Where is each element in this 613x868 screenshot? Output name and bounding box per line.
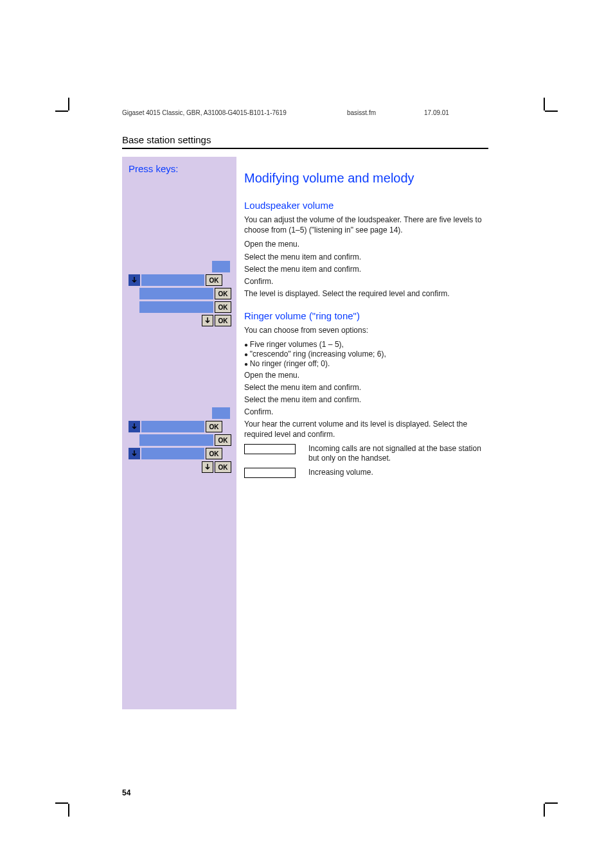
crop-mark: [55, 111, 68, 112]
ok-key: OK: [215, 461, 231, 473]
down-arrow-key: [202, 461, 213, 473]
heading-loudspeaker: Loudspeaker volume: [244, 200, 488, 211]
header-file: basisst.fm: [347, 109, 424, 116]
menu-item-key: [139, 434, 213, 446]
crop-mark: [545, 802, 558, 804]
header-date: 17.09.01: [424, 109, 488, 116]
down-arrow-key: [129, 274, 140, 286]
step-confirm: Confirm.: [244, 407, 488, 417]
volume-box-empty: [244, 444, 296, 454]
ok-key: OK: [215, 434, 231, 446]
step-open-menu: Open the menu.: [244, 370, 488, 380]
running-header: Gigaset 4015 Classic, GBR, A31008-G4015-…: [122, 109, 488, 116]
header-doc-id: Gigaset 4015 Classic, GBR, A31008-G4015-…: [122, 109, 347, 116]
crop-mark: [544, 804, 545, 817]
menu-key: [212, 261, 230, 272]
step-confirm: Confirm.: [244, 276, 488, 287]
key-column: Press keys: OK OK: [122, 157, 236, 709]
ok-key: OK: [215, 315, 231, 326]
list-item: Five ringer volumes (1 – 5),: [244, 340, 488, 349]
down-arrow-key: [202, 315, 213, 326]
menu-item-key: [141, 421, 204, 432]
menu-item-key: [139, 301, 213, 313]
crop-mark: [545, 111, 558, 112]
step-select-confirm: Select the menu item and confirm.: [244, 382, 488, 393]
menu-item-key: [141, 274, 204, 286]
volume-text-increasing: Increasing volume.: [308, 468, 488, 478]
key-row: OK: [129, 421, 231, 432]
crop-mark: [544, 98, 545, 111]
step-select-confirm: Select the menu item and confirm.: [244, 252, 488, 262]
list-item: "crescendo" ring (increasing volume; 6),: [244, 350, 488, 359]
step-select-confirm: Select the menu item and confirm.: [244, 264, 488, 274]
page-number: 54: [122, 788, 130, 797]
key-row-menu: [129, 261, 231, 272]
down-arrow-key: [129, 421, 140, 432]
step-select-confirm: Select the menu item and confirm.: [244, 394, 488, 405]
section-title: Base station settings: [122, 134, 488, 149]
ok-key: OK: [215, 301, 231, 313]
crop-mark: [68, 98, 69, 111]
volume-text-no-signal: Incoming calls are not signalled at the …: [308, 444, 488, 464]
crop-mark: [55, 802, 68, 804]
crop-mark: [68, 804, 69, 817]
heading-ringer: Ringer volume ("ring tone"): [244, 310, 488, 321]
step-level-displayed: The level is displayed. Select the requi…: [244, 288, 488, 299]
key-row: OK: [129, 288, 231, 299]
ringer-intro: You can choose from seven options:: [244, 325, 488, 335]
down-arrow-key: [129, 448, 140, 459]
key-row: OK: [129, 461, 231, 473]
heading-main: Modifying volume and melody: [244, 171, 488, 186]
ok-key: OK: [206, 448, 222, 459]
loudspeaker-intro: You can adjust the volume of the loudspe…: [244, 215, 488, 235]
ringer-intro-text: You can choose from seven options:: [244, 326, 368, 335]
step-open-menu: Open the menu.: [244, 239, 488, 249]
volume-indicator-empty: Incoming calls are not signalled at the …: [244, 444, 488, 464]
step-hear-current: Your hear the current volume and its lev…: [244, 419, 488, 439]
ok-key: OK: [206, 274, 222, 286]
volume-indicator-increasing: Increasing volume.: [244, 468, 488, 478]
menu-item-key: [141, 448, 204, 459]
volume-box: [244, 468, 296, 478]
press-keys-label: Press keys:: [129, 163, 231, 174]
body-column: Modifying volume and melody Loudspeaker …: [236, 157, 488, 709]
key-row: OK: [129, 448, 231, 459]
page-content: Gigaset 4015 Classic, GBR, A31008-G4015-…: [122, 109, 488, 709]
ok-key: OK: [215, 288, 231, 299]
key-row: OK: [129, 301, 231, 313]
key-row: OK: [129, 434, 231, 446]
key-row: OK: [129, 274, 231, 286]
key-row: OK: [129, 315, 231, 326]
ok-key: OK: [206, 421, 222, 432]
key-row-menu: [129, 407, 231, 419]
list-item: No ringer (ringer off; 0).: [244, 359, 488, 368]
menu-item-key: [139, 288, 213, 299]
menu-key: [212, 407, 230, 419]
ringer-options-list: Five ringer volumes (1 – 5), "crescendo"…: [244, 340, 488, 368]
